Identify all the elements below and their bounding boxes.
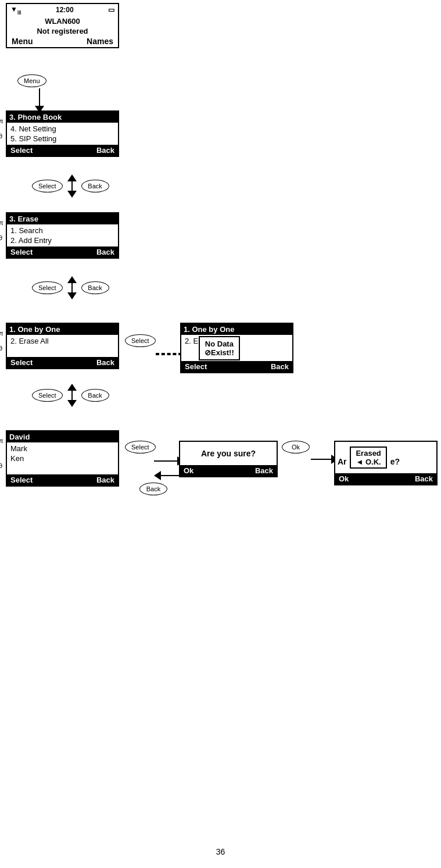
phonebook-back-btn[interactable]: Back [81,180,109,192]
phonebook-screen: π 3. Phone Book 4. Net Setting 5. SIP Se… [6,110,119,157]
confirm-ok-btn[interactable]: Ok [282,441,310,453]
phonebook-item-2: 5. SIP Setting [9,134,116,144]
erased-popup: Erased ◄ O.K. [350,446,386,469]
erase-menu-select: Select [10,248,33,256]
phonebook-updown-arrow [67,174,77,198]
contacts-screen: π David Mark Ken θ Select Back [6,430,119,487]
phonebook-select-btn[interactable]: Select [32,180,63,192]
phonebook-footer: Select Back [7,145,118,156]
contacts-select-btn-area: Select [125,441,156,453]
erase-sub-select-btn[interactable]: Select [125,334,156,347]
erase-menu-item-2: 2. Add Entry [9,235,116,245]
menu-oval-button[interactable]: Menu [17,74,46,87]
erase-menu-footer: Select Back [7,247,118,258]
erase-menu-nav-buttons: Select Back [32,276,109,299]
erased-body: Ar Erased ◄ O.K. e? [335,442,436,473]
contacts-footer: Select Back [7,474,118,485]
confirm-screen: Are you sure? Ok Back [179,441,278,477]
erase-sub-screen: π 1. One by One 2. Erase All θ Select Ba… [6,323,119,369]
erased-popup-line1: Erased [356,449,381,458]
phonebook-select: Select [10,146,33,155]
no-data-body: 2. Er No Data ⊘Exist!! [181,335,292,361]
theta-label-4: θ [0,462,2,469]
confirm-text: Are you sure? [185,449,272,458]
erased-ok: Ok [339,474,349,483]
confirm-body: Are you sure? [180,442,277,465]
theta-label-2: θ [0,234,2,241]
erase-menu-screen: π 3. Erase 1. Search 2. Add Entry θ Sele… [6,212,119,259]
menu-label: Menu [12,37,33,46]
pi-label-3: π [0,330,3,337]
status-bar: ▼||| 12:00 ▭ [7,4,118,16]
pi-label-1: π [0,117,3,124]
erase-menu-item-1: 1. Search [9,226,116,235]
erased-post-text: e? [390,457,400,466]
confirm-ok: Ok [184,466,193,475]
erased-screen: Ar Erased ◄ O.K. e? Ok Back [334,441,438,485]
contacts-select: Select [10,476,33,484]
confirm-to-contacts-arrow [154,471,184,480]
contacts-item-mark: Mark [9,444,116,453]
erase-sub-item-2 [9,346,116,356]
erased-popup-line2: ◄ O.K. [356,458,381,466]
no-data-back: Back [271,362,289,371]
confirm-footer: Ok Back [180,465,277,476]
erase-menu-header: 3. Erase [7,213,118,224]
erase-sub-body: 2. Erase All [7,335,118,357]
erase-sub-select-btn-area: Select [125,334,156,347]
contacts-item-ken: Ken [9,453,116,463]
pi-label-2: π [0,219,3,226]
no-data-footer: Select Back [181,361,292,372]
no-data-header: 1. One by One [181,324,292,335]
battery-icon: ▭ [108,6,114,14]
confirm-back: Back [255,466,273,475]
erase-sub-item-1: 2. Erase All [9,336,116,346]
no-data-screen: 1. One by One 2. Er No Data ⊘Exist!! Sel… [180,323,293,373]
time-display: 12:00 [56,6,74,14]
erase-sub-updown-arrow [67,384,77,407]
names-label: Names [87,37,113,46]
page-number: 36 [216,847,225,856]
menu-bar: Menu Names [7,35,118,47]
erased-back: Back [415,474,433,483]
contacts-back: Back [96,476,114,484]
phonebook-nav-buttons: Select Back [32,174,109,198]
theta-label-3: θ [0,345,2,352]
erase-menu-body: 1. Search 2. Add Entry [7,224,118,247]
theta-label-1: θ [0,133,2,140]
erase-sub-nav-buttons: Select Back [32,384,109,407]
erase-sub-header: 1. One by One [7,324,118,335]
no-data-select: Select [185,362,207,371]
contacts-body: Mark Ken [7,442,118,474]
erased-pre-text: Ar [338,457,347,466]
menu-button-area: Menu [17,74,46,87]
no-data-popup: No Data ⊘Exist!! [199,336,240,360]
network-name: WLAN600 [7,16,118,27]
arrow-menu-to-phonebook [35,88,44,113]
phonebook-header: 3. Phone Book [7,112,118,123]
erased-footer: Ok Back [335,473,436,484]
not-registered: Not registered [7,27,118,35]
erase-menu-back: Back [96,248,114,256]
contacts-header: David [7,431,118,442]
phone-display: ▼||| 12:00 ▭ WLAN600 Not registered Menu… [6,3,119,48]
erase-sub-back-btn[interactable]: Back [81,389,109,402]
erase-menu-back-btn[interactable]: Back [81,281,109,294]
contacts-back-btn-area: Back [139,483,167,495]
erase-sub-back: Back [96,358,114,367]
erase-sub-select-btn2[interactable]: Select [32,389,63,402]
erase-menu-updown-arrow [67,276,77,299]
erase-sub-select: Select [10,358,33,367]
confirm-ok-btn-area: Ok [282,441,310,453]
no-data-line2: ⊘Exist!! [205,348,234,357]
erase-sub-footer: Select Back [7,357,118,368]
phonebook-back: Back [96,146,114,155]
phonebook-item-1: 4. Net Setting [9,124,116,134]
phonebook-body: 4. Net Setting 5. SIP Setting [7,123,118,145]
contacts-back-btn[interactable]: Back [139,483,167,495]
contacts-item-empty [9,463,116,473]
erase-menu-select-btn[interactable]: Select [32,281,63,294]
contacts-select-btn[interactable]: Select [125,441,156,453]
signal-icon: ▼||| [10,5,21,15]
no-data-line1: No Data [205,340,234,348]
